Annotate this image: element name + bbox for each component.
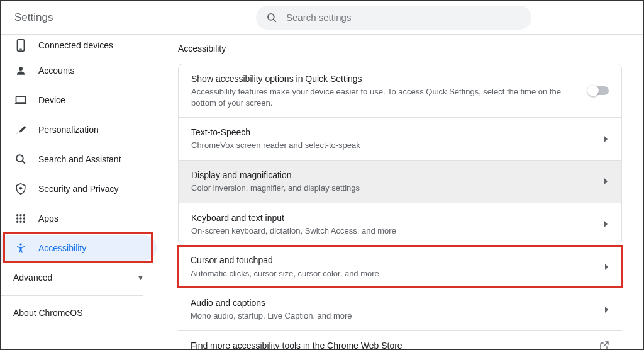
- row-subtitle: On-screen keyboard, dictation, Switch Ac…: [191, 225, 594, 237]
- svg-point-10: [16, 214, 19, 217]
- person-icon: [14, 65, 27, 76]
- sidebar-item-security[interactable]: Security and Privacy: [1, 176, 153, 201]
- row-subtitle: Mono audio, startup, Live Caption, and m…: [191, 310, 594, 322]
- svg-rect-3: [19, 48, 22, 49]
- row-title: Keyboard and text input: [191, 212, 594, 223]
- brush-icon: [14, 124, 27, 135]
- sidebar-item-device[interactable]: Device: [1, 88, 153, 113]
- sidebar-item-label: Security and Privacy: [38, 184, 119, 194]
- svg-point-19: [19, 243, 21, 245]
- svg-point-7: [16, 155, 23, 162]
- row-title: Cursor and touchpad: [191, 254, 594, 266]
- row-keyboard-text-input[interactable]: Keyboard and text input On-screen keyboa…: [179, 203, 621, 246]
- sidebar-item-label: Apps: [38, 213, 58, 223]
- toggle-switch[interactable]: [589, 86, 609, 95]
- chevron-right-icon: [604, 135, 609, 143]
- row-subtitle: Color inversion, magnifier, and display …: [191, 183, 594, 194]
- row-web-store-link[interactable]: Find more accessibility tools in the Chr…: [178, 331, 622, 349]
- about-label: About ChromeOS: [13, 308, 83, 318]
- laptop-icon: [14, 95, 27, 105]
- svg-point-9: [19, 187, 23, 190]
- chevron-right-icon: [604, 178, 609, 185]
- apps-grid-icon: [14, 213, 27, 223]
- sidebar-item-search-assistant[interactable]: Search and Assistant: [1, 147, 153, 172]
- external-link-icon: [599, 341, 609, 349]
- sidebar-item-label: Device: [38, 95, 65, 105]
- header: Settings: [1, 1, 643, 35]
- sidebar-item-label: Connected devices: [38, 40, 113, 50]
- svg-point-12: [23, 214, 26, 217]
- row-cursor-touchpad[interactable]: Cursor and touchpad Automatic clicks, cu…: [178, 246, 622, 288]
- toggle-knob: [587, 85, 599, 96]
- sidebar-item-connected-devices[interactable]: Connected devices: [1, 37, 153, 54]
- search-box[interactable]: [256, 6, 531, 30]
- svg-point-0: [268, 14, 274, 20]
- row-title: Show accessibility options in Quick Sett…: [191, 73, 579, 84]
- section-title: Accessibility: [178, 43, 622, 54]
- search-icon: [266, 12, 277, 23]
- svg-point-15: [23, 217, 26, 220]
- sidebar-item-label: Accessibility: [38, 243, 86, 253]
- sidebar-item-about[interactable]: About ChromeOS: [1, 300, 153, 325]
- svg-point-16: [16, 221, 19, 223]
- svg-line-20: [604, 342, 608, 346]
- row-quick-settings-toggle[interactable]: Show accessibility options in Quick Sett…: [179, 64, 621, 118]
- settings-card: Show accessibility options in Quick Sett…: [178, 64, 622, 246]
- row-title: Display and magnification: [191, 169, 594, 181]
- shield-icon: [14, 183, 27, 195]
- advanced-label: Advanced: [13, 273, 52, 283]
- sidebar: Connected devices Accounts Device Person…: [1, 35, 157, 349]
- sidebar-item-label: Personalization: [38, 125, 99, 135]
- sidebar-item-accessibility[interactable]: Accessibility: [1, 235, 157, 261]
- sidebar-item-personalization[interactable]: Personalization: [1, 117, 153, 142]
- row-text-to-speech[interactable]: Text-to-Speech ChromeVox screen reader a…: [179, 118, 621, 161]
- row-display-magnification[interactable]: Display and magnification Color inversio…: [179, 161, 621, 203]
- svg-point-17: [19, 221, 22, 223]
- sidebar-item-label: Accounts: [38, 65, 75, 76]
- sidebar-item-label: Search and Assistant: [38, 154, 121, 164]
- svg-point-18: [23, 221, 26, 223]
- chevron-right-icon: [604, 220, 609, 228]
- advanced-toggle[interactable]: Advanced ▼: [1, 265, 157, 290]
- search-icon: [14, 154, 27, 165]
- chevron-right-icon: [604, 306, 609, 313]
- chevron-right-icon: [604, 263, 609, 271]
- content: Accessibility Show accessibility options…: [157, 35, 643, 349]
- chevron-down-icon: ▼: [137, 274, 144, 281]
- row-title: Find more accessibility tools in the Chr…: [191, 340, 589, 349]
- row-subtitle: ChromeVox screen reader and select-to-sp…: [191, 140, 594, 151]
- svg-point-13: [16, 217, 19, 220]
- row-title: Audio and captions: [191, 297, 594, 308]
- divider: [1, 295, 143, 296]
- page-title: Settings: [14, 11, 53, 24]
- sidebar-item-accounts[interactable]: Accounts: [1, 58, 153, 83]
- svg-point-11: [19, 214, 22, 217]
- svg-point-4: [19, 67, 23, 71]
- search-input[interactable]: [286, 12, 521, 23]
- svg-point-14: [19, 217, 22, 220]
- svg-line-1: [273, 19, 275, 21]
- row-subtitle: Automatic clicks, cursor size, cursor co…: [191, 268, 594, 279]
- accessibility-icon: [14, 242, 27, 254]
- row-title: Text-to-Speech: [191, 127, 594, 138]
- row-audio-captions[interactable]: Audio and captions Mono audio, startup, …: [178, 288, 622, 331]
- svg-line-8: [22, 161, 25, 164]
- sidebar-item-apps[interactable]: Apps: [1, 206, 153, 231]
- phone-icon: [14, 39, 27, 52]
- svg-rect-5: [16, 96, 26, 103]
- row-subtitle: Accessibility features make your device …: [191, 86, 579, 108]
